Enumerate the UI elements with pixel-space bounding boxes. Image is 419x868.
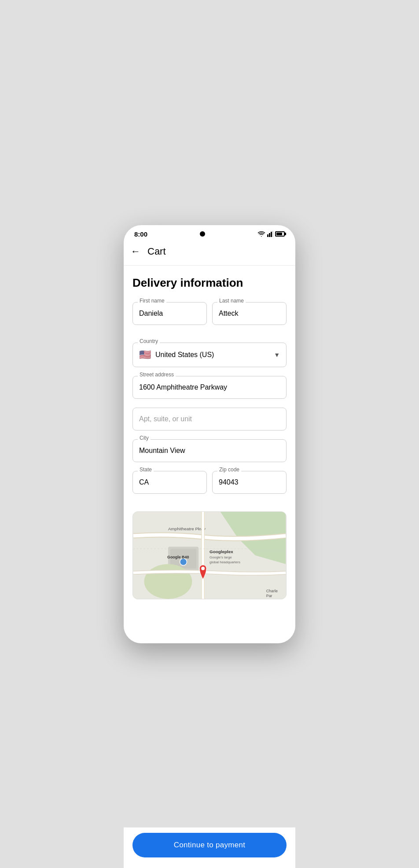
first-name-group: First name <box>132 302 207 325</box>
status-time: 8:00 <box>134 230 147 238</box>
country-group: Country 🇺🇸 United States (US) ▼ <box>132 343 287 367</box>
svg-point-11 <box>144 564 192 598</box>
chevron-down-icon: ▼ <box>274 351 280 358</box>
scroll-content: Delivery information First name Last nam… <box>124 266 295 643</box>
state-group: State <box>132 471 207 494</box>
svg-point-12 <box>180 558 187 565</box>
svg-text:Par: Par <box>266 594 272 598</box>
nav-title: Cart <box>147 246 166 257</box>
status-icons <box>257 231 285 237</box>
page-heading: Delivery information <box>132 276 287 290</box>
phone-frame: 8:00 ← Cart <box>124 225 295 643</box>
country-select[interactable]: 🇺🇸 United States (US) ▼ <box>132 343 287 367</box>
zip-code-label: Zip code <box>217 467 241 473</box>
state-input[interactable] <box>132 471 207 494</box>
status-bar: 8:00 <box>124 225 295 241</box>
svg-text:Google B40: Google B40 <box>167 554 189 559</box>
wifi-icon <box>257 231 265 237</box>
first-name-input[interactable] <box>132 302 207 325</box>
svg-text:Google's large: Google's large <box>210 555 232 559</box>
last-name-label: Last name <box>217 298 246 304</box>
svg-rect-2 <box>271 232 272 237</box>
back-button[interactable]: ← <box>131 245 144 258</box>
svg-text:global headquarters: global headquarters <box>210 560 240 564</box>
state-label: State <box>138 467 154 473</box>
city-label: City <box>138 435 151 441</box>
name-row: First name Last name <box>132 302 287 334</box>
svg-rect-3 <box>272 231 273 237</box>
back-arrow-icon: ← <box>131 247 140 256</box>
state-zip-row: State Zip code <box>132 471 287 503</box>
top-nav: ← Cart <box>124 241 295 266</box>
zip-code-input[interactable] <box>212 471 287 494</box>
apt-suite-group <box>132 408 287 430</box>
city-group: City <box>132 439 287 462</box>
map-svg: Amphitheatre Pkwy Google B40 Googl <box>133 512 286 599</box>
svg-rect-0 <box>267 234 268 237</box>
svg-text:Amphitheatre Pkwy: Amphitheatre Pkwy <box>168 526 206 531</box>
apt-suite-input[interactable] <box>132 408 287 430</box>
zip-code-group: Zip code <box>212 471 287 494</box>
svg-rect-1 <box>269 233 270 237</box>
street-address-input[interactable] <box>132 376 287 399</box>
country-value: United States (US) <box>155 351 214 359</box>
country-label: Country <box>138 338 160 344</box>
map-container[interactable]: Amphitheatre Pkwy Google B40 Googl <box>132 511 287 599</box>
us-flag-icon: 🇺🇸 <box>139 350 151 360</box>
svg-text:Googleplex: Googleplex <box>210 549 233 554</box>
last-name-input[interactable] <box>212 302 287 325</box>
first-name-label: First name <box>138 298 166 304</box>
signal-icon <box>267 231 273 237</box>
svg-point-17 <box>201 566 205 570</box>
city-input[interactable] <box>132 439 287 462</box>
battery-icon <box>275 231 285 237</box>
camera-dot <box>200 231 205 237</box>
street-address-label: Street address <box>138 372 176 378</box>
last-name-group: Last name <box>212 302 287 325</box>
svg-text:Charle: Charle <box>266 589 278 593</box>
street-address-group: Street address <box>132 376 287 399</box>
